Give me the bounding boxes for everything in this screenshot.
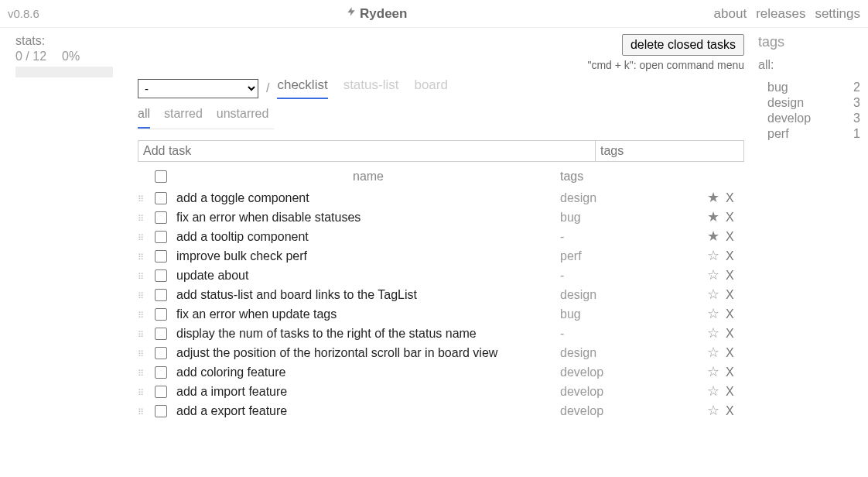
task-checkbox[interactable] xyxy=(155,289,167,301)
task-name[interactable]: add a toggle component xyxy=(176,191,560,205)
star-icon[interactable]: ☆ xyxy=(707,306,719,321)
task-name[interactable]: display the num of tasks to the right of… xyxy=(176,327,560,341)
tag-item[interactable]: perf1 xyxy=(758,126,860,142)
task-row: ⠿add a toggle componentdesign★X xyxy=(138,188,744,208)
task-checkbox[interactable] xyxy=(155,250,167,263)
drag-handle-icon[interactable]: ⠿ xyxy=(138,233,143,242)
filter-dropdown[interactable]: - xyxy=(138,79,258,98)
command-hint: "cmd + k": open command menu xyxy=(587,59,744,71)
tag-item[interactable]: bug2 xyxy=(758,80,860,95)
task-tags[interactable]: - xyxy=(560,327,707,341)
delete-icon[interactable]: X xyxy=(726,230,734,243)
task-name[interactable]: fix an error when disable statuses xyxy=(176,211,560,225)
task-name[interactable]: add status-list and board links to the T… xyxy=(176,288,560,302)
tab-status-list[interactable]: status-list xyxy=(343,77,399,99)
task-tags[interactable]: design xyxy=(560,288,707,302)
version-label: v0.8.6 xyxy=(8,7,39,20)
add-tags-input[interactable] xyxy=(596,140,744,162)
tab-board[interactable]: board xyxy=(414,77,447,99)
stats-progress-bar xyxy=(15,67,113,77)
task-tags[interactable]: bug xyxy=(560,211,707,225)
delete-closed-button[interactable]: delete closed tasks xyxy=(622,34,744,56)
delete-icon[interactable]: X xyxy=(726,365,734,379)
task-checkbox[interactable] xyxy=(155,405,167,417)
task-row: ⠿fix an error when update tagsbug☆X xyxy=(138,304,744,324)
drag-handle-icon[interactable]: ⠿ xyxy=(138,311,143,320)
task-row: ⠿add a tooltip component-★X xyxy=(138,227,744,246)
star-icon[interactable]: ★ xyxy=(707,209,719,225)
drag-handle-icon[interactable]: ⠿ xyxy=(138,388,143,397)
task-name[interactable]: improve bulk check perf xyxy=(176,249,560,263)
star-icon[interactable]: ☆ xyxy=(707,325,719,341)
task-checkbox[interactable] xyxy=(155,347,167,359)
task-checkbox[interactable] xyxy=(155,231,167,243)
star-icon[interactable]: ☆ xyxy=(707,287,719,302)
task-list: ⠿add a toggle componentdesign★X⠿fix an e… xyxy=(138,188,744,420)
drag-handle-icon[interactable]: ⠿ xyxy=(138,369,143,378)
star-icon[interactable]: ★ xyxy=(707,228,719,244)
task-checkbox[interactable] xyxy=(155,269,167,282)
task-tags[interactable]: - xyxy=(560,269,707,283)
task-checkbox[interactable] xyxy=(155,308,167,321)
delete-icon[interactable]: X xyxy=(726,249,734,263)
nav-releases[interactable]: releases xyxy=(756,6,805,22)
tab-checklist[interactable]: checklist xyxy=(277,77,327,99)
delete-icon[interactable]: X xyxy=(726,346,734,359)
task-tags[interactable]: develop xyxy=(560,385,707,399)
star-icon[interactable]: ☆ xyxy=(707,345,719,360)
select-all-checkbox[interactable] xyxy=(155,170,167,183)
tag-name: design xyxy=(767,96,804,110)
nav-about[interactable]: about xyxy=(714,6,747,22)
task-checkbox[interactable] xyxy=(155,386,167,398)
delete-icon[interactable]: X xyxy=(726,385,734,398)
task-name[interactable]: add coloring feature xyxy=(176,365,560,379)
delete-icon[interactable]: X xyxy=(726,307,734,321)
drag-handle-icon[interactable]: ⠿ xyxy=(138,349,143,359)
tag-item[interactable]: design3 xyxy=(758,95,860,111)
task-tags[interactable]: - xyxy=(560,230,707,244)
task-checkbox[interactable] xyxy=(155,328,167,340)
drag-handle-icon[interactable]: ⠿ xyxy=(138,272,143,281)
filter-starred[interactable]: starred xyxy=(164,107,203,129)
star-icon[interactable]: ☆ xyxy=(707,248,719,263)
nav-settings[interactable]: settings xyxy=(815,6,860,22)
lightning-icon xyxy=(346,5,357,22)
task-tags[interactable]: bug xyxy=(560,307,707,321)
task-name[interactable]: add a import feature xyxy=(176,385,560,399)
filter-unstarred[interactable]: unstarred xyxy=(217,107,269,129)
delete-icon[interactable]: X xyxy=(726,404,734,417)
task-name[interactable]: fix an error when update tags xyxy=(176,307,560,321)
task-checkbox[interactable] xyxy=(155,366,167,379)
task-name[interactable]: add a tooltip component xyxy=(176,230,560,244)
drag-handle-icon[interactable]: ⠿ xyxy=(138,214,143,223)
task-tags[interactable]: design xyxy=(560,191,707,205)
filter-all[interactable]: all xyxy=(138,107,150,129)
tag-item[interactable]: develop3 xyxy=(758,111,860,126)
tags-all-label[interactable]: all: xyxy=(758,58,860,72)
task-name[interactable]: update about xyxy=(176,269,560,283)
task-checkbox[interactable] xyxy=(155,192,167,204)
star-icon[interactable]: ☆ xyxy=(707,364,719,379)
delete-icon[interactable]: X xyxy=(726,288,734,301)
task-tags[interactable]: design xyxy=(560,346,707,360)
add-task-input[interactable] xyxy=(138,140,596,162)
delete-icon[interactable]: X xyxy=(726,191,734,204)
task-checkbox[interactable] xyxy=(155,211,167,224)
task-tags[interactable]: develop xyxy=(560,365,707,379)
drag-handle-icon[interactable]: ⠿ xyxy=(138,194,143,204)
star-icon[interactable]: ☆ xyxy=(707,267,719,283)
star-icon[interactable]: ★ xyxy=(707,190,719,205)
star-icon[interactable]: ☆ xyxy=(707,383,719,399)
delete-icon[interactable]: X xyxy=(726,211,734,224)
drag-handle-icon[interactable]: ⠿ xyxy=(138,407,143,417)
task-name[interactable]: adjust the position of the horizontal sc… xyxy=(176,346,560,360)
star-icon[interactable]: ☆ xyxy=(707,403,719,418)
delete-icon[interactable]: X xyxy=(726,327,734,340)
task-name[interactable]: add a export feature xyxy=(176,404,560,418)
task-tags[interactable]: develop xyxy=(560,404,707,418)
drag-handle-icon[interactable]: ⠿ xyxy=(138,252,143,262)
task-tags[interactable]: perf xyxy=(560,249,707,263)
delete-icon[interactable]: X xyxy=(726,269,734,282)
drag-handle-icon[interactable]: ⠿ xyxy=(138,330,143,339)
drag-handle-icon[interactable]: ⠿ xyxy=(138,291,143,300)
